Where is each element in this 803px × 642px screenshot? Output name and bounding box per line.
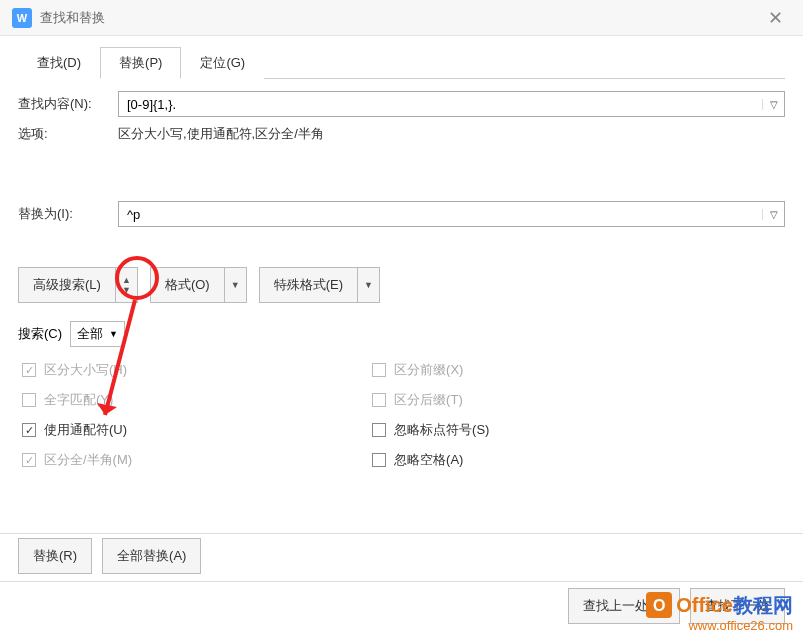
checkbox-icon[interactable] <box>372 423 386 437</box>
checkbox-icon <box>22 393 36 407</box>
window-title: 查找和替换 <box>40 9 759 27</box>
replace-with-combo[interactable]: ▽ <box>118 201 785 227</box>
check-label: 忽略标点符号(S) <box>394 421 489 439</box>
check-use-wildcards[interactable]: 使用通配符(U) <box>22 421 132 439</box>
replace-with-label: 替换为(I): <box>18 205 118 223</box>
check-match-case: 区分大小写(H) <box>22 361 132 379</box>
check-ignore-space[interactable]: 忽略空格(A) <box>372 451 489 469</box>
watermark-brand2: 教程网 <box>733 594 793 616</box>
check-label: 全字匹配(Y) <box>44 391 113 409</box>
checkbox-icon <box>22 363 36 377</box>
search-scope-value: 全部 <box>77 325 103 343</box>
chevron-down-icon[interactable]: ▽ <box>762 99 784 110</box>
chevron-down-icon[interactable]: ▽ <box>762 209 784 220</box>
check-whole-word: 全字匹配(Y) <box>22 391 132 409</box>
options-value: 区分大小写,使用通配符,区分全/半角 <box>118 125 324 143</box>
advanced-search-button[interactable]: 高级搜索(L) <box>18 267 116 303</box>
search-scope-select[interactable]: 全部 ▼ <box>70 321 125 347</box>
watermark: O Office教程网 www.office26.com <box>646 592 793 634</box>
checkbox-icon[interactable] <box>22 423 36 437</box>
search-scope-label: 搜索(C) <box>18 325 62 343</box>
chevron-down-icon[interactable]: ▼ <box>225 267 247 303</box>
check-label: 区分全/半角(M) <box>44 451 132 469</box>
checkbox-icon <box>372 393 386 407</box>
replace-all-button[interactable]: 全部替换(A) <box>102 538 201 574</box>
chevron-down-icon[interactable]: ▼ <box>358 267 380 303</box>
checkbox-icon <box>372 363 386 377</box>
collapse-icon[interactable]: ▲▼ <box>116 267 138 303</box>
checkbox-icon <box>22 453 36 467</box>
find-content-combo[interactable]: ▽ <box>118 91 785 117</box>
check-col-left: 区分大小写(H) 全字匹配(Y) 使用通配符(U) 区分全/半角(M) <box>22 361 132 469</box>
special-format-button[interactable]: 特殊格式(E) <box>259 267 358 303</box>
replace-with-input[interactable] <box>119 207 762 222</box>
check-col-right: 区分前缀(X) 区分后缀(T) 忽略标点符号(S) 忽略空格(A) <box>372 361 489 469</box>
tab-goto[interactable]: 定位(G) <box>181 47 264 79</box>
check-ignore-punct[interactable]: 忽略标点符号(S) <box>372 421 489 439</box>
check-label: 忽略空格(A) <box>394 451 463 469</box>
check-label: 区分大小写(H) <box>44 361 127 379</box>
watermark-brand1: Office <box>676 594 733 616</box>
check-full-half-width: 区分全/半角(M) <box>22 451 132 469</box>
watermark-icon: O <box>646 592 672 618</box>
check-label: 区分前缀(X) <box>394 361 463 379</box>
watermark-url: www.office26.com <box>646 618 793 634</box>
format-button[interactable]: 格式(O) <box>150 267 225 303</box>
tab-replace[interactable]: 替换(P) <box>100 47 181 79</box>
checkbox-icon[interactable] <box>372 453 386 467</box>
replace-button[interactable]: 替换(R) <box>18 538 92 574</box>
close-button[interactable]: ✕ <box>759 2 791 34</box>
chevron-down-icon: ▼ <box>109 329 118 339</box>
tab-find[interactable]: 查找(D) <box>18 47 100 79</box>
options-label: 选项: <box>18 125 118 143</box>
check-prefix: 区分前缀(X) <box>372 361 489 379</box>
app-icon: W <box>12 8 32 28</box>
check-label: 区分后缀(T) <box>394 391 463 409</box>
titlebar: W 查找和替换 ✕ <box>0 0 803 36</box>
tab-bar: 查找(D) 替换(P) 定位(G) <box>18 46 785 79</box>
find-content-label: 查找内容(N): <box>18 95 118 113</box>
check-suffix: 区分后缀(T) <box>372 391 489 409</box>
find-content-input[interactable] <box>119 97 762 112</box>
check-label: 使用通配符(U) <box>44 421 127 439</box>
